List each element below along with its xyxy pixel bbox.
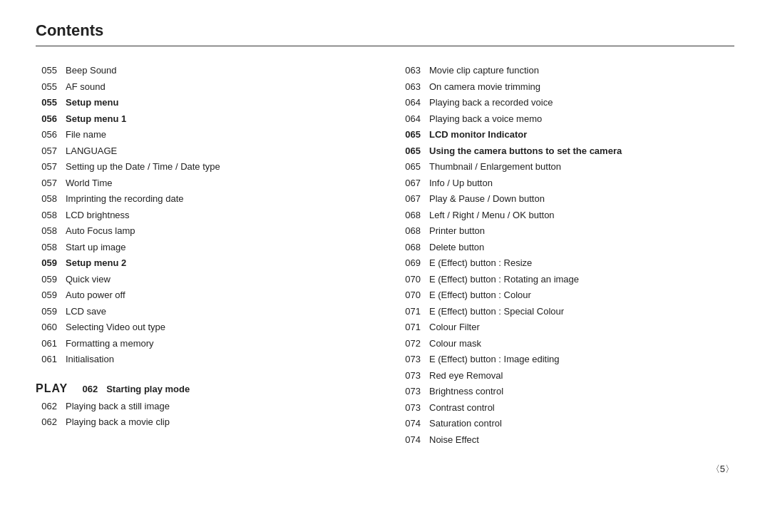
- page-number: 061: [36, 337, 66, 351]
- entry-text: LCD monitor Indicator: [429, 128, 527, 142]
- toc-row: PLAY062Starting play mode: [36, 380, 371, 397]
- toc-row: 057LANGUAGE: [36, 144, 371, 158]
- entry-text: File name: [66, 128, 106, 142]
- toc-row: 064Playing back a voice memo: [399, 112, 734, 126]
- entry-text: Playing back a recorded voice: [429, 96, 553, 110]
- page-number: 059: [36, 305, 66, 319]
- entry-text: On camera movie trimming: [429, 80, 540, 94]
- toc-row: 073E (Effect) button : Image editing: [399, 352, 734, 367]
- toc-row: 063Movie clip capture function: [399, 63, 734, 78]
- page-footer: 〈5〉: [36, 463, 734, 476]
- toc-row: 059Setup menu 2: [36, 256, 371, 270]
- entry-text: Imprinting the recording date: [66, 192, 183, 206]
- entry-text: Setting up the Date / Time / Date type: [66, 160, 220, 174]
- toc-row: 057Setting up the Date / Time / Date typ…: [36, 160, 371, 174]
- toc-row: 060Selecting Video out type: [36, 320, 371, 334]
- toc-row: 062Playing back a still image: [36, 399, 371, 414]
- toc-row: 073Red eye Removal: [399, 369, 734, 383]
- toc-row: 068Delete button: [399, 240, 734, 255]
- page-number: 069: [399, 256, 429, 270]
- entry-text: Playing back a voice memo: [429, 112, 542, 126]
- entry-text: Playing back a movie clip: [66, 415, 170, 429]
- entry-text: Auto power off: [66, 288, 125, 302]
- toc-row: 059Quick view: [36, 272, 371, 287]
- toc-row: 067Play & Pause / Down button: [399, 192, 734, 206]
- page-number: 062: [36, 415, 66, 429]
- entry-text: Quick view: [66, 272, 111, 287]
- toc-row: 073Brightness control: [399, 384, 734, 399]
- page-number: 064: [399, 112, 429, 126]
- entry-text: Saturation control: [429, 416, 502, 431]
- entry-text: Setup menu 2: [66, 256, 126, 270]
- page-number: 057: [36, 144, 66, 158]
- toc-row: 056File name: [36, 128, 371, 142]
- entry-text: Colour mask: [429, 337, 481, 351]
- page-number: 057: [36, 176, 66, 190]
- entry-text: Selecting Video out type: [66, 320, 165, 334]
- page-number: 058: [36, 208, 66, 222]
- entry-text: LANGUAGE: [66, 144, 117, 158]
- right-column: 063Movie clip capture function063On came…: [399, 63, 734, 449]
- page-number: 062: [36, 399, 66, 414]
- page-number: 058: [36, 192, 66, 206]
- page-number: 065: [399, 144, 429, 158]
- left-column: 055Beep Sound055AF sound055Setup menu056…: [36, 63, 371, 449]
- entry-text: Playing back a still image: [66, 399, 170, 414]
- toc-row: 074Noise Effect: [399, 433, 734, 447]
- toc-row: 072Colour mask: [399, 337, 734, 351]
- entry-text: Info / Up button: [429, 176, 493, 190]
- page-number: 059: [36, 256, 66, 270]
- page-number: 056: [36, 128, 66, 142]
- toc-row: 055Beep Sound: [36, 63, 371, 78]
- entry-text: LCD brightness: [66, 208, 130, 222]
- page-number: 071: [399, 305, 429, 319]
- toc-row: 058Imprinting the recording date: [36, 192, 371, 206]
- page-number: 070: [399, 272, 429, 287]
- toc-row: 069E (Effect) button : Resize: [399, 256, 734, 270]
- page-number: 072: [399, 337, 429, 351]
- entry-text: Colour Filter: [429, 320, 480, 334]
- entry-text: Start up image: [66, 240, 126, 255]
- page-number: 070: [399, 288, 429, 302]
- toc-row: 061Formatting a memory: [36, 337, 371, 351]
- toc-row: 059Auto power off: [36, 288, 371, 302]
- toc-row: 065Using the camera buttons to set the c…: [399, 144, 734, 158]
- entry-text: Starting play mode: [106, 382, 190, 397]
- page-number: 059: [36, 272, 66, 287]
- page-number: 063: [399, 63, 429, 78]
- entry-text: Auto Focus lamp: [66, 224, 135, 238]
- entry-text: E (Effect) button : Resize: [429, 256, 532, 270]
- play-label: PLAY: [36, 380, 76, 397]
- page-number: 073: [399, 352, 429, 367]
- page-number: 071: [399, 320, 429, 334]
- page-number: 074: [399, 416, 429, 431]
- toc-row: 056Setup menu 1: [36, 112, 371, 126]
- page-number: 068: [399, 208, 429, 222]
- entry-text: Printer button: [429, 224, 485, 238]
- entry-text: AF sound: [66, 80, 106, 94]
- entry-text: Red eye Removal: [429, 369, 503, 383]
- entry-text: Setup menu: [66, 96, 118, 110]
- toc-row: 065Thumbnail / Enlargement button: [399, 160, 734, 174]
- page-number: 055: [36, 80, 66, 94]
- toc-row: 055Setup menu: [36, 96, 371, 110]
- page-number: 068: [399, 240, 429, 255]
- entry-text: Left / Right / Menu / OK button: [429, 208, 555, 222]
- entry-text: World Time: [66, 176, 113, 190]
- entry-text: E (Effect) button : Rotating an image: [429, 272, 579, 287]
- entry-text: Movie clip capture function: [429, 63, 539, 78]
- page-number: 074: [399, 433, 429, 447]
- entry-text: Using the camera buttons to set the came…: [429, 144, 622, 158]
- page-number: 067: [399, 176, 429, 190]
- page-number: 055: [36, 96, 66, 110]
- toc-row: 063On camera movie trimming: [399, 80, 734, 94]
- page-number: 055: [36, 63, 66, 78]
- entry-text: Delete button: [429, 240, 484, 255]
- entry-text: Initialisation: [66, 352, 114, 367]
- page-number: 064: [399, 96, 429, 110]
- entry-text: Beep Sound: [66, 63, 117, 78]
- page-number: 068: [399, 224, 429, 238]
- toc-row: 058Auto Focus lamp: [36, 224, 371, 238]
- entry-text: LCD save: [66, 305, 106, 319]
- toc-row: 061Initialisation: [36, 352, 371, 367]
